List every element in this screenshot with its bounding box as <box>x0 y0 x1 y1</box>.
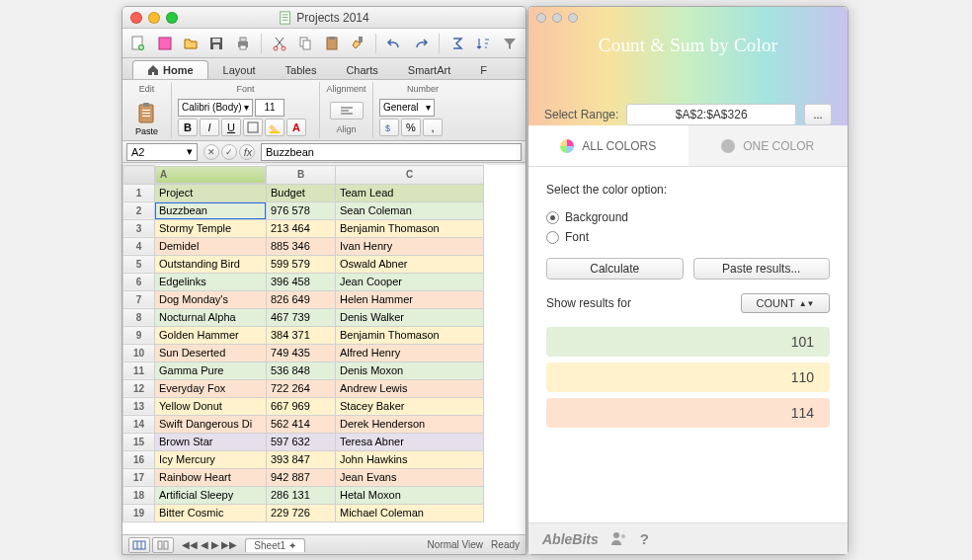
cell[interactable]: 597 632 <box>267 433 336 450</box>
panel-min-icon[interactable] <box>552 13 562 23</box>
font-name-select[interactable]: Calibri (Body)▾ <box>178 99 253 117</box>
row-header[interactable]: 4 <box>123 237 155 255</box>
row-header[interactable]: 2 <box>123 201 155 219</box>
cancel-icon[interactable]: ✕ <box>203 144 219 160</box>
cell[interactable]: 213 464 <box>267 219 336 237</box>
row-header[interactable]: 3 <box>123 219 155 237</box>
cell[interactable]: Budget <box>267 184 336 201</box>
row-header[interactable]: 15 <box>123 433 155 450</box>
cell[interactable]: Nocturnal Alpha <box>155 308 267 326</box>
comma-button[interactable]: , <box>423 119 443 136</box>
range-picker-button[interactable]: ... <box>804 104 832 125</box>
zoom-icon[interactable] <box>166 12 178 24</box>
panel-zoom-icon[interactable] <box>568 13 578 23</box>
open-icon[interactable] <box>181 33 201 54</box>
radio-font[interactable]: Font <box>546 230 830 244</box>
cell[interactable]: Hetal Moxon <box>336 486 484 504</box>
row-header[interactable]: 6 <box>123 273 155 290</box>
col-header-C[interactable]: C <box>336 166 484 185</box>
close-icon[interactable] <box>130 12 142 24</box>
cell[interactable]: John Hawkins <box>336 450 484 468</box>
tab-layout[interactable]: Layout <box>208 60 271 79</box>
accept-icon[interactable]: ✓ <box>221 144 237 160</box>
cell[interactable]: 536 848 <box>267 361 336 379</box>
bold-button[interactable]: B <box>178 119 198 136</box>
autosum-icon[interactable] <box>447 33 467 54</box>
cell[interactable]: Jean Cooper <box>336 273 484 290</box>
cell[interactable]: 976 578 <box>267 201 336 219</box>
name-box[interactable]: A2▾ <box>126 143 198 161</box>
currency-button[interactable]: $ <box>379 119 399 136</box>
cell[interactable]: Helen Hammer <box>336 290 484 308</box>
tab-home[interactable]: Home <box>132 60 208 79</box>
cell[interactable]: Oswald Abner <box>336 255 484 273</box>
cell[interactable]: Gamma Pure <box>155 361 267 379</box>
align-button[interactable] <box>330 102 364 120</box>
paste-icon[interactable] <box>322 33 342 54</box>
row-header[interactable]: 18 <box>123 486 155 504</box>
help-icon[interactable]: ? <box>640 530 649 547</box>
cell[interactable]: Golden Hammer <box>155 326 267 344</box>
col-header-B[interactable]: B <box>267 166 336 185</box>
cell[interactable]: 229 726 <box>267 504 336 521</box>
cell[interactable]: 467 739 <box>267 308 336 326</box>
cell[interactable]: 396 458 <box>267 273 336 290</box>
people-icon[interactable] <box>610 531 628 547</box>
cell[interactable]: Dog Monday's <box>155 290 267 308</box>
cell[interactable]: Edgelinks <box>155 273 267 290</box>
fill-color-button[interactable] <box>265 119 284 136</box>
new-doc-icon[interactable] <box>128 33 148 54</box>
sheet-tab[interactable]: Sheet1 ✦ <box>245 538 304 552</box>
cell[interactable]: Buzzbean <box>155 201 267 219</box>
cell[interactable]: Rainbow Heart <box>155 468 267 486</box>
calculate-button[interactable]: Calculate <box>546 258 684 280</box>
cell[interactable]: 384 371 <box>267 326 336 344</box>
view-page-icon[interactable] <box>152 537 174 553</box>
row-header[interactable]: 19 <box>123 504 155 521</box>
sort-icon[interactable] <box>473 33 493 54</box>
cell[interactable]: Sun Deserted <box>155 344 267 361</box>
format-painter-icon[interactable] <box>348 33 367 54</box>
cell[interactable]: Brown Star <box>155 433 267 450</box>
cell[interactable]: 599 579 <box>267 255 336 273</box>
cell[interactable]: Derek Henderson <box>336 415 484 433</box>
cell[interactable]: Stacey Baker <box>336 397 484 415</box>
row-header[interactable]: 13 <box>123 397 155 415</box>
select-all[interactable] <box>123 166 155 185</box>
row-header[interactable]: 11 <box>123 361 155 379</box>
cell[interactable]: Benjamin Thomason <box>336 326 484 344</box>
font-size-select[interactable]: 11 <box>255 99 284 117</box>
row-header[interactable]: 7 <box>123 290 155 308</box>
cell[interactable]: 885 346 <box>267 237 336 255</box>
range-input[interactable] <box>626 104 796 125</box>
redo-icon[interactable] <box>411 33 431 54</box>
cell[interactable]: Benjamin Thomason <box>336 219 484 237</box>
cell[interactable]: Swift Dangerous Di <box>155 415 267 433</box>
row-header[interactable]: 5 <box>123 255 155 273</box>
panel-close-icon[interactable] <box>536 13 546 23</box>
row-header[interactable]: 12 <box>123 379 155 397</box>
template-icon[interactable] <box>154 33 174 54</box>
cell[interactable]: Yellow Donut <box>155 397 267 415</box>
cell[interactable]: Icy Mercury <box>155 450 267 468</box>
border-button[interactable] <box>243 119 263 136</box>
cell[interactable]: 667 969 <box>267 397 336 415</box>
minimize-icon[interactable] <box>148 12 160 24</box>
filter-icon[interactable] <box>500 33 520 54</box>
underline-button[interactable]: U <box>221 119 241 136</box>
row-header[interactable]: 14 <box>123 415 155 433</box>
cell[interactable]: Project <box>155 184 267 201</box>
cell[interactable]: Michael Coleman <box>336 504 484 521</box>
cell[interactable]: 722 264 <box>267 379 336 397</box>
tab-smartart[interactable]: SmartArt <box>393 60 465 79</box>
cell[interactable]: Alfred Henry <box>336 344 484 361</box>
cell[interactable]: 749 435 <box>267 344 336 361</box>
tab-tables[interactable]: Tables <box>271 60 332 79</box>
tab-charts[interactable]: Charts <box>331 60 392 79</box>
paste-results-button[interactable]: Paste results... <box>693 258 831 280</box>
cell[interactable]: 286 131 <box>267 486 336 504</box>
cell[interactable]: 942 887 <box>267 468 336 486</box>
row-header[interactable]: 17 <box>123 468 155 486</box>
cell[interactable]: Sean Coleman <box>336 201 484 219</box>
row-header[interactable]: 8 <box>123 308 155 326</box>
